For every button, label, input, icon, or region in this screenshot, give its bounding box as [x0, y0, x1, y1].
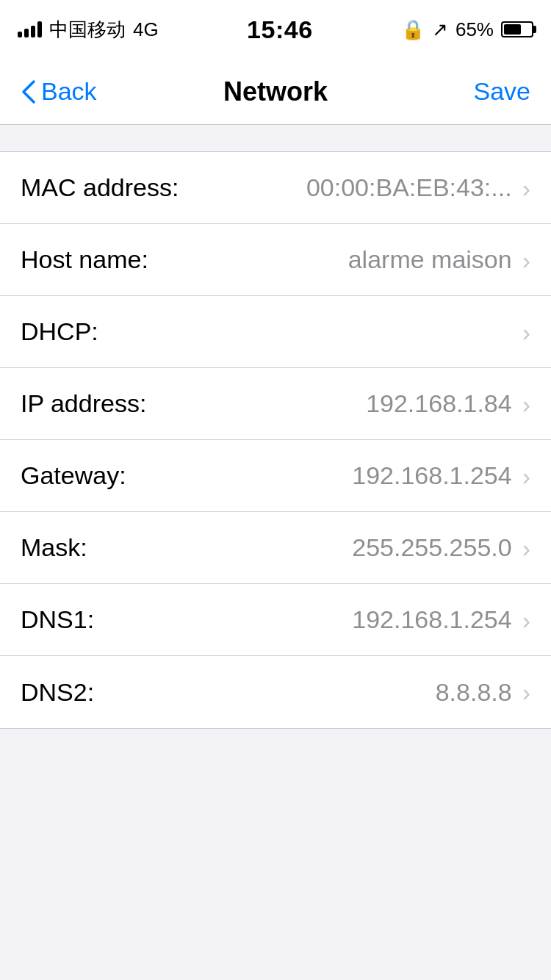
save-button[interactable]: Save	[474, 77, 531, 106]
row-right-host-name: alarme maison›	[348, 245, 530, 274]
row-label-mask: Mask:	[21, 533, 87, 562]
row-right-ip-address: 192.168.1.84›	[366, 389, 530, 418]
row-right-mask: 255.255.255.0›	[352, 533, 530, 562]
back-button[interactable]: Back	[21, 77, 97, 106]
row-value-ip-address: 192.168.1.84	[366, 389, 512, 418]
row-value-host-name: alarme maison	[348, 245, 512, 274]
network-type-label: 4G	[133, 18, 159, 41]
table-row-mask[interactable]: Mask:255.255.255.0›	[0, 512, 551, 584]
row-value-dns1: 192.168.1.254	[352, 605, 511, 634]
row-label-dns1: DNS1:	[21, 605, 94, 634]
status-time: 15:46	[247, 15, 312, 44]
back-label: Back	[41, 77, 97, 106]
table-row-gateway[interactable]: Gateway:192.168.1.254›	[0, 440, 551, 512]
nav-bar: Back Network Save	[0, 59, 551, 125]
row-label-gateway: Gateway:	[21, 461, 126, 490]
row-label-mac-address: MAC address:	[21, 173, 179, 202]
chevron-icon-dhcp: ›	[522, 320, 530, 345]
section-spacer-top	[0, 125, 551, 151]
row-right-dns1: 192.168.1.254›	[352, 605, 530, 634]
row-label-ip-address: IP address:	[21, 389, 146, 418]
table-row-ip-address[interactable]: IP address:192.168.1.84›	[0, 368, 551, 440]
status-bar: 中国移动 4G 15:46 🔒 ↗ 65%	[0, 0, 551, 59]
row-value-dns2: 8.8.8.8	[436, 678, 512, 707]
back-chevron-icon	[21, 79, 37, 105]
row-label-dns2: DNS2:	[21, 678, 94, 707]
chevron-icon-gateway: ›	[522, 464, 530, 489]
table-row-host-name[interactable]: Host name:alarme maison›	[0, 224, 551, 296]
row-value-mac-address: 00:00:BA:EB:43:...	[306, 173, 512, 202]
row-right-dns2: 8.8.8.8›	[436, 678, 530, 707]
battery-percent-label: 65%	[455, 18, 494, 41]
battery-icon	[501, 21, 533, 37]
signal-icon	[18, 21, 42, 37]
page-title: Network	[223, 76, 328, 107]
lock-icon: 🔒	[401, 18, 425, 41]
chevron-icon-host-name: ›	[522, 248, 530, 273]
chevron-icon-dns1: ›	[522, 608, 530, 633]
table-row-dns2[interactable]: DNS2:8.8.8.8›	[0, 656, 551, 728]
row-right-dhcp: ›	[522, 320, 530, 345]
chevron-icon-mask: ›	[522, 536, 530, 561]
row-value-gateway: 192.168.1.254	[352, 461, 511, 490]
row-label-host-name: Host name:	[21, 245, 148, 274]
row-right-gateway: 192.168.1.254›	[352, 461, 530, 490]
chevron-icon-ip-address: ›	[522, 392, 530, 417]
row-label-dhcp: DHCP:	[21, 317, 98, 346]
table-row-mac-address[interactable]: MAC address:00:00:BA:EB:43:...›	[0, 152, 551, 224]
row-right-mac-address: 00:00:BA:EB:43:...›	[306, 173, 530, 202]
chevron-icon-dns2: ›	[522, 680, 530, 705]
status-right: 🔒 ↗ 65%	[401, 18, 533, 41]
row-value-mask: 255.255.255.0	[352, 533, 511, 562]
chevron-icon-mac-address: ›	[522, 176, 530, 201]
location-icon: ↗	[432, 18, 448, 41]
network-settings-table: MAC address:00:00:BA:EB:43:...›Host name…	[0, 151, 551, 729]
carrier-label: 中国移动	[49, 17, 126, 43]
table-row-dns1[interactable]: DNS1:192.168.1.254›	[0, 584, 551, 656]
status-left: 中国移动 4G	[18, 17, 159, 43]
table-row-dhcp[interactable]: DHCP:›	[0, 296, 551, 368]
